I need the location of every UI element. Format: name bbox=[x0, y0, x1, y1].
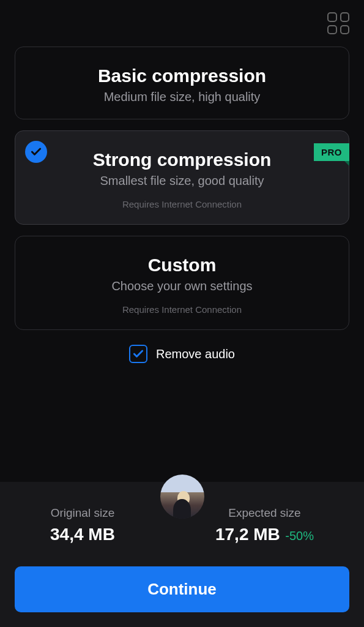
grid-view-icon[interactable] bbox=[327, 12, 349, 34]
option-custom-subtitle: Choose your own settings bbox=[30, 279, 334, 293]
bottom-panel: Original size 34,4 MB Expected size 17,2… bbox=[0, 482, 364, 627]
option-basic-subtitle: Medium file size, high quality bbox=[30, 90, 334, 104]
expected-size-value: 17,2 MB bbox=[215, 525, 280, 544]
size-reduction: -50% bbox=[285, 529, 314, 543]
option-custom-title: Custom bbox=[30, 255, 334, 276]
pro-badge: PRO bbox=[314, 143, 349, 161]
option-strong[interactable]: PRO Strong compression Smallest file siz… bbox=[15, 130, 349, 225]
video-thumbnail[interactable] bbox=[160, 475, 204, 519]
option-strong-note: Requires Internet Connection bbox=[30, 199, 334, 209]
option-strong-title: Strong compression bbox=[30, 149, 334, 170]
checkbox-icon bbox=[129, 345, 147, 363]
remove-audio-label: Remove audio bbox=[156, 347, 235, 361]
option-custom[interactable]: Custom Choose your own settings Requires… bbox=[15, 236, 349, 330]
continue-button-label: Continue bbox=[147, 580, 217, 598]
continue-button[interactable]: Continue bbox=[15, 566, 349, 612]
option-strong-subtitle: Smallest file size, good quality bbox=[30, 174, 334, 188]
remove-audio-toggle[interactable]: Remove audio bbox=[0, 345, 364, 363]
original-size-value: 34,4 MB bbox=[50, 525, 115, 544]
option-custom-note: Requires Internet Connection bbox=[30, 304, 334, 315]
option-basic-title: Basic compression bbox=[30, 66, 334, 86]
check-icon bbox=[25, 141, 47, 163]
option-basic[interactable]: Basic compression Medium file size, high… bbox=[15, 47, 349, 119]
